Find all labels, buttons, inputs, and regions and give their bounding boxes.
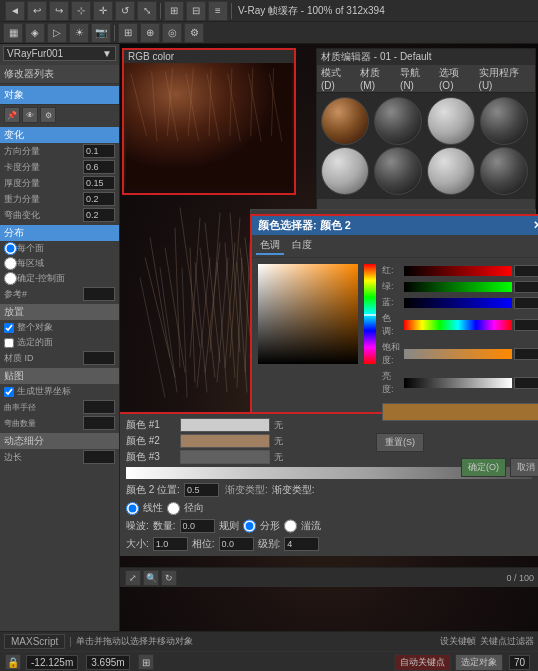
tab-hue[interactable]: 色调	[256, 237, 284, 255]
mat-sphere-8[interactable]	[480, 147, 528, 195]
curve-input[interactable]	[83, 400, 115, 414]
red-input[interactable]	[514, 265, 538, 277]
icon-camera[interactable]: 📷	[91, 23, 111, 43]
mat-menu-nav[interactable]: 导航(N)	[400, 66, 433, 91]
per-area-radio[interactable]	[4, 257, 17, 270]
color-saturation-box[interactable]	[258, 264, 358, 364]
mat-spheres-grid	[317, 93, 535, 199]
si-config[interactable]: ⚙	[40, 107, 56, 123]
cancel-button[interactable]: 取消	[510, 458, 538, 477]
mat-sphere-4[interactable]	[480, 97, 528, 145]
mat-sphere-7[interactable]	[427, 147, 475, 195]
mat-menu-mode[interactable]: 模式(D)	[321, 66, 354, 91]
matid-input[interactable]	[83, 351, 115, 365]
selected-face-cb[interactable]	[4, 338, 14, 348]
dialog-close-btn[interactable]: ✕	[533, 219, 538, 232]
auto-key-btn[interactable]: 自动关键点	[394, 654, 451, 671]
dynamics-header[interactable]: 动态细分	[0, 433, 119, 449]
bright-input[interactable]	[514, 377, 538, 389]
icon-arrow[interactable]: ◄	[5, 1, 25, 21]
red-bar[interactable]	[404, 266, 512, 276]
color2-pos-input[interactable]	[184, 483, 219, 497]
bright-bar[interactable]	[404, 378, 512, 388]
thickness-input[interactable]	[83, 176, 115, 190]
regular-noise-radio[interactable]	[243, 519, 256, 533]
mat-sphere-1[interactable]	[321, 97, 369, 145]
icon-undo[interactable]: ↩	[27, 1, 47, 21]
edge-input[interactable]	[83, 450, 115, 464]
status-lock[interactable]: 🔒	[5, 654, 21, 670]
per-area-label: 每区域	[17, 257, 44, 270]
icon-grid[interactable]: ⊞	[118, 23, 138, 43]
hue-input[interactable]	[514, 319, 538, 331]
icon-redo[interactable]: ↪	[49, 1, 69, 21]
object-dropdown[interactable]: VRayFur001 ▼	[3, 46, 116, 61]
green-input[interactable]	[514, 281, 538, 293]
icon-move[interactable]: ✛	[93, 1, 113, 21]
hue-slider-bar[interactable]	[404, 320, 512, 330]
maxscript-btn[interactable]: MAXScript	[4, 634, 65, 649]
reset-button[interactable]: 重置(S)	[376, 433, 424, 452]
ref-input[interactable]	[83, 287, 115, 301]
bright-label: 亮度:	[382, 370, 402, 396]
mapping-header[interactable]: 贴图	[0, 368, 119, 384]
bend-count-input[interactable]	[83, 416, 115, 430]
mat-menu-options[interactable]: 选项(O)	[439, 66, 473, 91]
mat-sphere-2[interactable]	[374, 97, 422, 145]
icon-material[interactable]: ◈	[25, 23, 45, 43]
mat-menu-util[interactable]: 实用程序(U)	[479, 66, 531, 91]
icon-systems[interactable]: ⚙	[184, 23, 204, 43]
icon-space[interactable]: ◎	[162, 23, 182, 43]
hue-bar[interactable]	[364, 264, 376, 364]
icon-mirror[interactable]: ⊟	[186, 1, 206, 21]
si-eye[interactable]: 👁	[22, 107, 38, 123]
blue-input[interactable]	[514, 297, 538, 309]
distribution-header[interactable]: 分布	[0, 225, 119, 241]
placement-header[interactable]: 放置	[0, 304, 119, 320]
size-input[interactable]	[153, 537, 188, 551]
icon-snap[interactable]: ⊞	[164, 1, 184, 21]
icon-light[interactable]: ☀	[69, 23, 89, 43]
level-input[interactable]	[284, 537, 319, 551]
status-grid[interactable]: ⊞	[138, 654, 154, 670]
vp-pan[interactable]: ⤢	[125, 570, 141, 586]
tab-white[interactable]: 白度	[288, 237, 316, 255]
linear-radio[interactable]	[126, 502, 139, 515]
phase-input[interactable]	[219, 537, 254, 551]
icon-align[interactable]: ≡	[208, 1, 228, 21]
icon-rotate[interactable]: ↺	[115, 1, 135, 21]
render-rgb-label: RGB color	[128, 51, 174, 62]
si-pin[interactable]: 📌	[4, 107, 20, 123]
vp-arc[interactable]: ↻	[161, 570, 177, 586]
per-face-radio[interactable]	[4, 242, 17, 255]
fractal-noise-radio[interactable]	[284, 519, 297, 533]
variation-header[interactable]: 变化	[0, 127, 119, 143]
entire-obj-label: 整个对象	[17, 321, 53, 334]
radial-radio[interactable]	[167, 502, 180, 515]
bend-input[interactable]	[83, 208, 115, 222]
blue-bar[interactable]	[404, 298, 512, 308]
green-bar[interactable]	[404, 282, 512, 292]
mat-menu-material[interactable]: 材质(M)	[360, 66, 394, 91]
mat-sphere-6[interactable]	[374, 147, 422, 195]
mat-sphere-3[interactable]	[427, 97, 475, 145]
icon-layers[interactable]: ▦	[3, 23, 23, 43]
icon-scale[interactable]: ⤡	[137, 1, 157, 21]
sat-input[interactable]	[514, 348, 538, 360]
color-picker-body: 红: 绿: 蓝:	[252, 258, 538, 429]
count-radio[interactable]	[4, 272, 17, 285]
ok-button[interactable]: 确定(O)	[461, 458, 506, 477]
sat-bar[interactable]	[404, 349, 512, 359]
entire-obj-cb[interactable]	[4, 323, 14, 333]
icon-render[interactable]: ▷	[47, 23, 67, 43]
amount-input[interactable]	[180, 519, 215, 533]
gravity-input[interactable]	[83, 192, 115, 206]
direction-input[interactable]	[83, 144, 115, 158]
select-label-btn[interactable]: 选定对象	[455, 654, 503, 671]
card-input[interactable]	[83, 160, 115, 174]
icon-select[interactable]: ⊹	[71, 1, 91, 21]
world-coord-cb[interactable]	[4, 387, 14, 397]
mat-sphere-5[interactable]	[321, 147, 369, 195]
vp-zoom[interactable]: 🔍	[143, 570, 159, 586]
icon-helpers[interactable]: ⊕	[140, 23, 160, 43]
